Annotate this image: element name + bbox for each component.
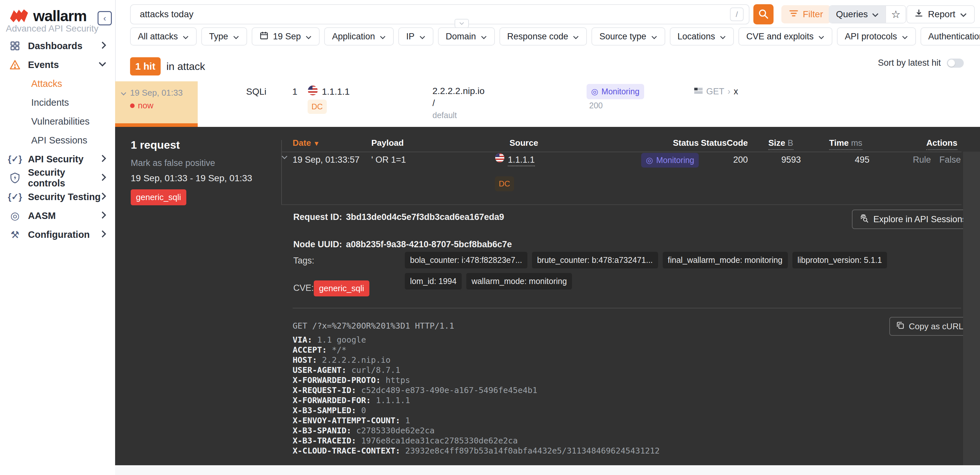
sidebar-item-vulnerabilities[interactable]: Vulnerabilities xyxy=(0,112,115,131)
favorite-star-icon[interactable]: ☆ xyxy=(885,6,905,23)
slash-shortcut-key: / xyxy=(730,8,744,21)
http-header: X-B3-SAMPLED: 0 xyxy=(293,405,660,416)
chevron-down-icon xyxy=(960,9,967,19)
shield-bolt-icon xyxy=(8,172,21,183)
column-header-payload: Payload xyxy=(371,138,404,148)
http-header: X-ENVOY-ATTEMPT-COUNT: 1 xyxy=(293,416,660,426)
braces-check-icon: {✓} xyxy=(8,154,21,164)
attack-type-tag: generic_sqli xyxy=(131,189,186,205)
false-action-button[interactable]: False xyxy=(939,155,961,165)
tools-icon: ⚒ xyxy=(8,229,21,241)
rule-action-button[interactable]: Rule xyxy=(913,155,931,165)
http-header: X-B3-SPANID: c2785330de62e2ca xyxy=(293,426,660,436)
filter-chip-response-code[interactable]: Response code xyxy=(500,27,587,46)
filter-chip-domain[interactable]: Domain xyxy=(438,27,495,46)
attack-hit-count: 1 xyxy=(292,86,298,97)
attack-date-cell[interactable]: 19 Sep, 01:33 now xyxy=(115,81,198,123)
panel-divider xyxy=(281,140,282,205)
sidebar-item-security-controls[interactable]: Security controls xyxy=(0,169,115,187)
search-bar: / xyxy=(130,4,749,24)
attack-path: / xyxy=(433,98,435,108)
search-icon xyxy=(758,8,769,21)
sidebar-item-attacks[interactable]: Attacks xyxy=(0,74,115,93)
chevron-right-icon xyxy=(101,230,107,239)
filter-chip-source-type[interactable]: Source type xyxy=(592,27,665,46)
explore-api-sessions-button[interactable]: Explore in API Sessions xyxy=(852,209,974,229)
column-header-time: Time ms xyxy=(829,138,862,148)
sidebar-item-dashboards[interactable]: Dashboards xyxy=(0,37,115,55)
http-header: X-FORWARDED-FOR: 1.1.1.1 xyxy=(293,395,660,405)
attack-time-range: 19 Sep, 01:33 - 19 Sep, 01:33 xyxy=(131,173,252,183)
chevron-down-icon xyxy=(872,9,879,19)
chevron-down-icon xyxy=(480,32,487,41)
chevron-down-icon xyxy=(120,88,127,98)
attack-row[interactable]: 19 Sep, 01:33 now SQLi 1 1.1.1.1 DC 2.2.… xyxy=(115,81,980,127)
search-input[interactable] xyxy=(139,9,730,20)
column-header-date[interactable]: Date ▼ xyxy=(293,138,320,148)
http-header: ACCEPT: */* xyxy=(293,345,660,355)
report-button[interactable]: Report xyxy=(907,5,975,24)
queries-button[interactable]: Queries xyxy=(829,6,885,23)
spiral-eye-icon: ◎ xyxy=(8,209,21,222)
http-header: HOST: 2.2.2.2.nip.io xyxy=(293,355,660,365)
filter-chip-locations[interactable]: Locations xyxy=(670,27,734,46)
http-header: VIA: 1.1 google xyxy=(293,335,660,345)
hit-date: 19 Sep, 01:33:57 xyxy=(293,155,360,165)
sidebar-item-aasm[interactable]: ◎ AASM xyxy=(0,206,115,225)
filter-chip-ip[interactable]: IP xyxy=(398,27,433,46)
source-datacenter-tag: DC xyxy=(308,100,327,114)
vertical-scrollbar[interactable] xyxy=(963,151,980,465)
sidebar-item-security-testing[interactable]: {✓} Security Testing xyxy=(0,187,115,206)
copy-as-curl-button[interactable]: Copy as cURL xyxy=(889,317,970,336)
mark-false-positive-link[interactable]: Mark as false positive xyxy=(131,158,215,168)
chevron-down-icon xyxy=(719,32,726,41)
hits-context-label: in attack xyxy=(167,61,205,73)
http-header: X-FORWARDED-PROTO: https xyxy=(293,375,660,385)
sidebar-collapse-icon[interactable]: ‹ xyxy=(97,11,112,26)
warning-triangle-icon xyxy=(8,59,21,70)
node-uuid-value: a08b235f-9a38-4210-8707-5bcf8bab6c7e xyxy=(346,239,512,249)
endpoint-method: GET xyxy=(706,86,724,97)
filter-chip-date[interactable]: 19 Sep xyxy=(252,27,320,46)
column-header-size: Size B xyxy=(768,138,793,148)
tags-label: Tags: xyxy=(293,256,314,266)
cve-tag: generic_sqli xyxy=(314,281,369,296)
filter-chip-all-attacks[interactable]: All attacks xyxy=(130,27,197,46)
chevron-down-icon xyxy=(233,32,239,41)
row-expand-chevron[interactable] xyxy=(281,155,288,161)
filter-chip-cve-exploits[interactable]: CVE and exploits xyxy=(738,27,832,46)
sort-control: Sort by latest hit xyxy=(878,58,964,68)
filter-chip-api-protocols[interactable]: API protocols xyxy=(837,27,916,46)
sort-desc-icon: ▼ xyxy=(313,140,320,147)
hit-source-ip[interactable]: 1.1.1.1 xyxy=(508,155,535,165)
brand-name: wallarm xyxy=(33,7,86,25)
chevron-down-icon xyxy=(419,32,426,41)
chevron-down-icon xyxy=(182,32,189,41)
sidebar-item-configuration[interactable]: ⚒ Configuration xyxy=(0,225,115,244)
chevron-down-icon xyxy=(651,32,657,41)
node-uuid-row: Node UUID:a08b235f-9a38-4210-8707-5bcf8b… xyxy=(293,239,512,250)
search-button[interactable] xyxy=(753,4,773,24)
hit-status-code: 200 xyxy=(683,155,748,165)
filter-button[interactable]: Filter xyxy=(781,5,831,24)
filter-chip-type[interactable]: Type xyxy=(201,27,247,46)
tag-chip: brute_counter: b:478:a732471... xyxy=(532,252,658,268)
attack-type: SQLi xyxy=(246,86,266,97)
sidebar-item-api-security[interactable]: {✓} API Security xyxy=(0,150,115,169)
http-header: X-REQUEST-ID: c52dc489-e873-490e-a167-54… xyxy=(293,385,660,395)
endpoint-target: x xyxy=(734,86,738,97)
results-summary: 1 hit in attack xyxy=(130,57,205,75)
sidebar-menu: Dashboards Events Attacks Incidents xyxy=(0,37,115,244)
sort-toggle[interactable] xyxy=(947,59,964,68)
filter-chip-application[interactable]: Application xyxy=(324,27,394,46)
attack-endpoint[interactable]: GET › x xyxy=(694,86,738,97)
http-request-line: GET /?x=%27%20OR%201%3D1 HTTP/1.1 xyxy=(293,321,660,331)
sidebar-item-api-sessions[interactable]: API Sessions xyxy=(0,131,115,150)
filter-chip-authentication[interactable]: Authentication xyxy=(921,27,980,46)
sidebar-item-incidents[interactable]: Incidents xyxy=(0,93,115,112)
collapse-handle[interactable] xyxy=(455,19,469,28)
source-ip[interactable]: 1.1.1.1 xyxy=(322,86,350,97)
source-datacenter-tag: DC xyxy=(495,176,514,191)
sidebar-item-events[interactable]: Events xyxy=(0,55,115,74)
section-separator xyxy=(293,308,961,308)
